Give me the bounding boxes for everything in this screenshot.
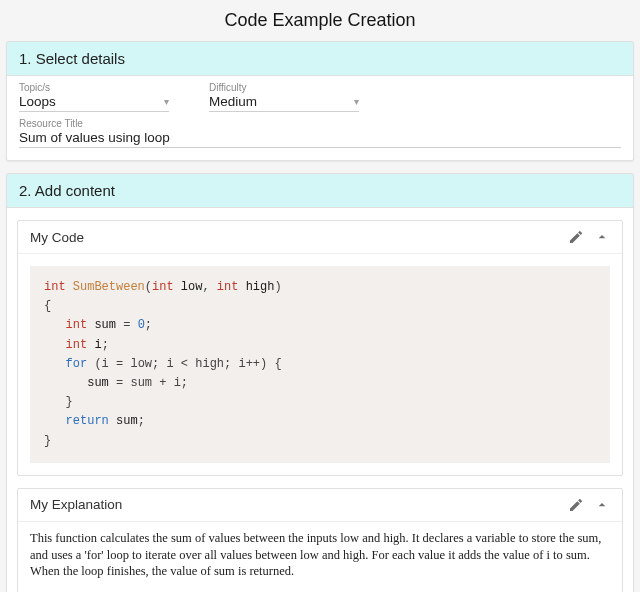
- my-code-title: My Code: [30, 230, 558, 245]
- collapse-icon[interactable]: [594, 497, 610, 513]
- edit-icon[interactable]: [568, 497, 584, 513]
- section-header-1: 1. Select details: [7, 42, 633, 76]
- difficulty-label: Difficulty: [209, 82, 359, 93]
- resource-title-field[interactable]: Resource Title Sum of values using loop: [19, 118, 621, 148]
- section-header-2: 2. Add content: [7, 174, 633, 208]
- code-block: int SumBetween(int low, int high) { int …: [30, 266, 610, 463]
- topic-field[interactable]: Topic/s Loops ▾: [19, 82, 169, 112]
- difficulty-value: Medium: [209, 94, 348, 109]
- my-explanation-title: My Explanation: [30, 497, 558, 512]
- edit-icon[interactable]: [568, 229, 584, 245]
- section-select-details: 1. Select details Topic/s Loops ▾ Diffic…: [6, 41, 634, 161]
- my-code-panel: My Code int SumBetween(int low, int high…: [17, 220, 623, 476]
- page-title: Code Example Creation: [6, 4, 634, 41]
- section-add-content: 2. Add content My Code int SumBetween(in…: [6, 173, 634, 592]
- chevron-down-icon: ▾: [164, 96, 169, 107]
- topic-label: Topic/s: [19, 82, 169, 93]
- resource-title-label: Resource Title: [19, 118, 621, 129]
- my-explanation-panel: My Explanation This function calculates …: [17, 488, 623, 592]
- explanation-body: This function calculates the sum of valu…: [18, 522, 622, 592]
- chevron-down-icon: ▾: [354, 96, 359, 107]
- collapse-icon[interactable]: [594, 229, 610, 245]
- topic-value: Loops: [19, 94, 158, 109]
- difficulty-field[interactable]: Difficulty Medium ▾: [209, 82, 359, 112]
- resource-title-value: Sum of values using loop: [19, 130, 621, 145]
